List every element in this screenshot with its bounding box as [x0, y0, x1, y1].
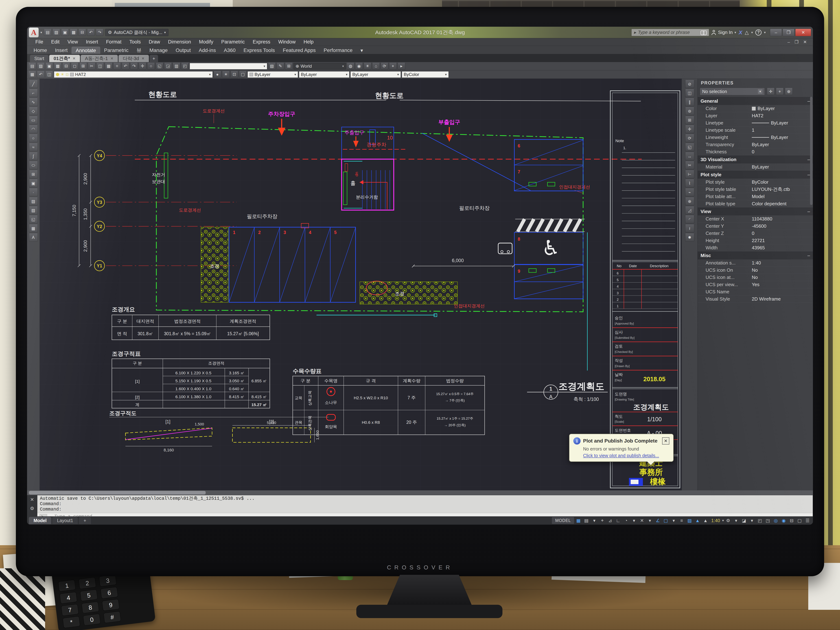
stretch-icon[interactable]: ↔ — [685, 152, 694, 160]
tab-performance[interactable]: Performance — [320, 47, 357, 54]
minimize-drawing-icon[interactable]: – — [786, 39, 792, 44]
file-tab-2[interactable]: A동-건축-1✕ — [81, 55, 118, 62]
tab-parametric[interactable]: Parametric — [100, 47, 133, 54]
minimize-button[interactable]: – — [770, 29, 782, 36]
property-row[interactable]: Width43965 — [698, 244, 813, 251]
save-icon[interactable]: ▣ — [61, 29, 69, 36]
save-as-icon[interactable]: ▩ — [70, 29, 77, 36]
lineweight-display-icon[interactable]: ≡ — [678, 517, 685, 524]
annotation-visibility-icon[interactable]: ▲ — [694, 517, 701, 524]
units-dropdown-icon[interactable]: ▾ — [748, 517, 756, 524]
chevron-down-icon[interactable]: ▾ — [764, 30, 766, 35]
quick-properties-icon[interactable]: ◰ — [756, 517, 764, 524]
iso-dropdown-icon[interactable]: ▾ — [646, 517, 654, 524]
scale-dropdown-icon[interactable]: ▾ — [722, 518, 724, 523]
layer-on-bulb-icon[interactable]: ● — [214, 71, 221, 78]
autocad-logo[interactable]: A — [29, 28, 39, 37]
horizontal-scrollbar[interactable] — [27, 490, 813, 495]
menu-edit[interactable]: Edit — [47, 39, 64, 45]
match-properties-icon[interactable]: ⌗ — [113, 63, 121, 69]
osnap-dropdown-icon[interactable]: ▾ — [670, 517, 677, 524]
mirror-icon[interactable]: ∥ — [685, 98, 694, 106]
tab-addins[interactable]: Add-ins — [195, 47, 220, 54]
property-row[interactable]: UCS per view...Yes — [698, 281, 813, 288]
object-snap-box-icon[interactable]: ▢ — [662, 517, 669, 524]
property-row[interactable]: Plot table att...Model — [698, 193, 813, 200]
tab-output[interactable]: Output — [172, 47, 195, 54]
qcalc-icon[interactable]: ⊞ — [285, 63, 293, 69]
workspace-combo[interactable]: ⚙ AutoCAD 클래식 - Mig... ▾ — [105, 29, 169, 36]
layer-unlock-icon[interactable]: ⊡ — [66, 73, 69, 77]
layout1-tab[interactable]: Layout1 — [52, 517, 78, 524]
property-row[interactable]: ColorByLayer — [698, 105, 813, 112]
property-value[interactable]: -45600 — [752, 223, 813, 229]
property-value[interactable]: Model — [752, 194, 813, 199]
close-tab-icon[interactable]: ✕ — [141, 56, 145, 61]
property-row[interactable]: Thickness0 — [698, 148, 813, 156]
zoom-realtime-icon[interactable]: ○ — [147, 63, 155, 69]
properties-scrollbar[interactable] — [810, 97, 813, 205]
redo-icon[interactable]: ↷ — [96, 29, 103, 36]
pan-icon[interactable]: ✛ — [139, 63, 146, 69]
property-value[interactable]: ByLayer — [752, 164, 813, 170]
close-tab-icon[interactable]: ✕ — [73, 56, 76, 61]
qsave-icon[interactable]: ▣ — [46, 63, 53, 69]
property-row[interactable]: Center X11043880 — [698, 215, 813, 223]
property-value[interactable]: 0 — [752, 231, 813, 236]
property-row[interactable]: Linetype scale1 — [698, 127, 813, 134]
model-space-button[interactable]: MODEL — [552, 517, 574, 524]
logo-dropdown-icon[interactable]: ▾ — [40, 30, 42, 35]
sign-in-button[interactable]: Sign In ▾ — [712, 30, 736, 35]
menu-help[interactable]: Help — [300, 39, 317, 45]
property-value[interactable]: ByLayer — [752, 142, 813, 147]
chamfer-icon[interactable]: ◿ — [685, 206, 694, 214]
scale-icon[interactable]: ◱ — [685, 143, 694, 151]
property-row[interactable]: UCS icon OnNo — [698, 267, 813, 274]
transparency-icon[interactable]: ▨ — [686, 517, 693, 524]
property-row[interactable]: UCS icon at...No — [698, 274, 813, 281]
wrench-icon[interactable]: ⚙ — [30, 506, 34, 511]
plot-icon[interactable]: ⊟ — [62, 63, 70, 69]
notification-link[interactable]: Click to view plot and publish details..… — [583, 453, 669, 458]
annotation-monitor-icon[interactable]: ◪ — [741, 517, 748, 524]
clean-screen-icon[interactable]: ▢ — [796, 517, 803, 524]
menu-dimension[interactable]: Dimension — [164, 39, 195, 45]
property-value[interactable]: 2D Wireframe — [752, 296, 813, 302]
lights-icon[interactable]: ☀ — [364, 63, 371, 69]
break-icon[interactable]: ⌁ — [685, 188, 694, 196]
scrollbar-thumb[interactable] — [29, 491, 206, 494]
extend-icon[interactable]: ⊢ — [685, 170, 694, 178]
polygon-icon[interactable]: ◇ — [29, 107, 38, 115]
toggle-pickadd-icon[interactable]: ✛ — [767, 88, 775, 95]
line-icon[interactable]: ╱ — [29, 80, 38, 88]
point-icon[interactable]: · — [29, 188, 38, 196]
lock-ui-icon[interactable]: ◳ — [764, 517, 771, 524]
plot-icon[interactable]: ⊟ — [79, 29, 86, 36]
close-button[interactable]: ✕ — [795, 29, 811, 36]
property-value[interactable]: 0 — [752, 149, 813, 155]
section-3d-visualization[interactable]: 3D Visualization– — [698, 156, 813, 163]
file-tab-current[interactable]: 01건축*✕ — [49, 55, 80, 62]
property-row[interactable]: TransparencyByLayer — [698, 141, 813, 148]
graphics-performance-icon[interactable]: ◉ — [780, 517, 787, 524]
selection-combo[interactable]: No selection ▾ — [700, 88, 765, 95]
plotstyle-combo[interactable]: ByColor ▾ — [402, 71, 449, 78]
copy-object-icon[interactable]: ◫ — [685, 89, 694, 97]
blend-icon[interactable]: ≀ — [685, 224, 694, 232]
tab-insert[interactable]: Insert — [51, 47, 72, 54]
close-command-icon[interactable]: ✕ — [30, 497, 34, 502]
ortho-icon[interactable]: ∟ — [614, 517, 622, 524]
property-row[interactable]: Plot styleByColor — [698, 178, 813, 186]
menu-draw[interactable]: Draw — [145, 39, 164, 45]
layer-previous-icon[interactable]: ↶ — [37, 71, 44, 78]
polar-tracking-icon[interactable]: ◔ — [622, 517, 630, 524]
offset-icon[interactable]: ⊚ — [685, 107, 694, 115]
named-views-icon[interactable]: ⌂ — [372, 63, 380, 69]
preview-icon[interactable]: ◻ — [71, 63, 79, 69]
ucs-combo[interactable]: ⊕ World ▾ — [294, 63, 346, 69]
section-plot-style[interactable]: Plot style– — [698, 171, 813, 178]
section-misc[interactable]: Misc– — [698, 251, 813, 259]
publish-icon[interactable]: ⊞ — [79, 63, 87, 69]
layer-lock-icon[interactable]: ⊡ — [231, 71, 238, 78]
property-row[interactable]: Plot table typeColor dependent — [698, 200, 813, 207]
